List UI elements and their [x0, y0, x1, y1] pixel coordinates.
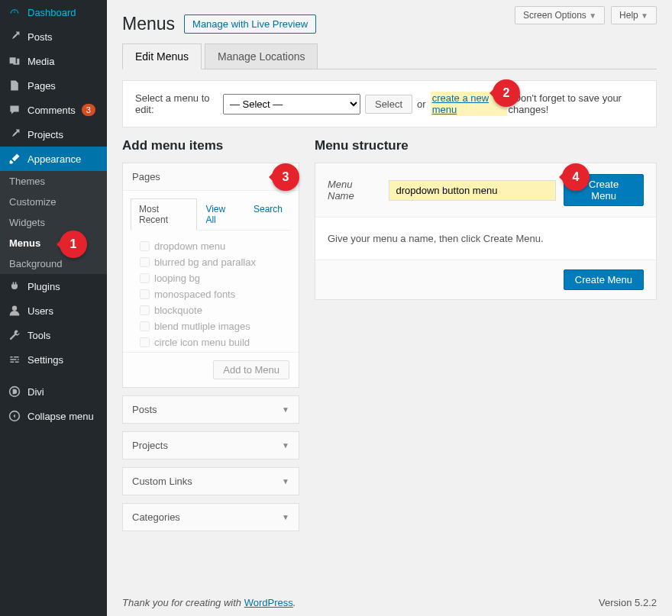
footer-version: Version 5.2.2: [599, 597, 657, 608]
sliders-icon: [8, 353, 21, 366]
metabox-pages: Pages Most Recent View All Search dropdo…: [122, 163, 299, 388]
submenu-background[interactable]: Background: [0, 253, 107, 274]
svg-point-0: [12, 306, 17, 311]
sidebar-label: Tools: [27, 330, 50, 341]
metabox-posts-header[interactable]: Posts▼: [123, 396, 299, 423]
select-suffix: . Don't forget to save your changes!: [509, 92, 645, 115]
sidebar-label: Media: [27, 56, 54, 67]
sidebar-item-posts[interactable]: Posts: [0, 24, 107, 49]
submenu-themes[interactable]: Themes: [0, 171, 107, 192]
sidebar-label: Pages: [27, 80, 56, 92]
pages-icon: [8, 79, 21, 92]
brush-icon: [8, 152, 21, 166]
sidebar-item-settings[interactable]: Settings: [0, 347, 107, 372]
metabox-projects-header[interactable]: Projects▼: [123, 432, 299, 459]
page-check-item[interactable]: dropdown menu: [140, 238, 282, 254]
menu-edit-panel: Menu Name Create Menu Give your menu a n…: [315, 163, 657, 300]
sidebar-item-divi[interactable]: Divi: [0, 379, 107, 404]
metabox-projects: Projects▼: [122, 431, 299, 460]
wrench-icon: [8, 328, 21, 342]
pages-tab-view-all[interactable]: View All: [197, 198, 245, 231]
chevron-down-icon: ▼: [589, 11, 596, 20]
add-to-menu-button[interactable]: Add to Menu: [213, 360, 289, 379]
sidebar-item-dashboard[interactable]: Dashboard: [0, 0, 107, 24]
user-icon: [8, 304, 21, 318]
chevron-down-icon: ▼: [282, 441, 289, 450]
chevron-down-icon: ▼: [282, 513, 289, 521]
structure-heading: Menu structure: [315, 138, 657, 153]
sidebar-label: Comments: [27, 105, 76, 116]
media-icon: [8, 54, 21, 68]
comment-icon: [8, 103, 21, 117]
wordpress-link[interactable]: WordPress: [244, 597, 293, 608]
page-check-item[interactable]: blurred bg and parallax: [140, 254, 282, 270]
nav-tabs: Edit Menus Manage Locations: [122, 44, 657, 69]
comments-badge: 3: [82, 104, 95, 116]
menu-hint-text: Give your menu a name, then click Create…: [315, 218, 656, 260]
sidebar-item-appearance[interactable]: Appearance: [0, 147, 107, 171]
chevron-down-icon: ▼: [282, 477, 289, 485]
add-items-heading: Add menu items: [122, 138, 299, 153]
footer-thanks: Thank you for creating with: [122, 597, 244, 608]
sidebar-label: Divi: [27, 386, 44, 398]
page-check-item[interactable]: monospaced fonts: [140, 286, 282, 302]
help-button[interactable]: Help ▼: [611, 6, 657, 24]
sidebar-label: Settings: [27, 354, 63, 366]
plug-icon: [8, 279, 21, 293]
metabox-categories: Categories▼: [122, 503, 299, 531]
menu-name-label: Menu Name: [328, 179, 381, 202]
appearance-submenu: Themes Customize Widgets Menus Backgroun…: [0, 171, 107, 274]
create-new-menu-link[interactable]: create a new menu: [432, 92, 489, 115]
sidebar-item-plugins[interactable]: Plugins: [0, 274, 107, 298]
create-menu-button-bottom[interactable]: Create Menu: [564, 269, 644, 290]
tab-manage-locations[interactable]: Manage Locations: [205, 44, 318, 69]
sidebar-item-projects[interactable]: Projects: [0, 122, 107, 147]
menu-name-input[interactable]: [389, 180, 556, 201]
metabox-custom-links: Custom Links▼: [122, 467, 299, 495]
admin-sidebar: Dashboard Posts Media Pages Comments 3 P…: [0, 0, 107, 616]
sidebar-label: Appearance: [27, 153, 81, 165]
menu-select-row: Select a menu to edit: — Select — Select…: [122, 80, 657, 127]
submenu-widgets[interactable]: Widgets: [0, 212, 107, 233]
pages-checklist[interactable]: dropdown menu blurred bg and parallax lo…: [131, 230, 291, 352]
pin-icon: [8, 127, 21, 141]
tab-edit-menus[interactable]: Edit Menus: [122, 44, 202, 69]
page-check-item[interactable]: blockquote: [140, 302, 282, 318]
metabox-posts: Posts▼: [122, 395, 299, 424]
collapse-icon: [8, 409, 21, 423]
sidebar-label: Posts: [27, 31, 53, 43]
sidebar-item-collapse[interactable]: Collapse menu: [0, 404, 107, 428]
sidebar-item-users[interactable]: Users: [0, 298, 107, 323]
pin-icon: [8, 30, 21, 44]
submenu-customize[interactable]: Customize: [0, 192, 107, 212]
admin-footer: Thank you for creating with WordPress. V…: [107, 589, 672, 616]
pages-tab-recent[interactable]: Most Recent: [131, 198, 197, 231]
metabox-categories-header[interactable]: Categories▼: [123, 504, 299, 531]
divi-icon: [8, 385, 21, 398]
sidebar-item-media[interactable]: Media: [0, 49, 107, 73]
sidebar-label: Projects: [27, 129, 63, 140]
chevron-down-icon: ▼: [641, 11, 648, 20]
menu-select[interactable]: — Select —: [223, 94, 360, 114]
callout-2: 2: [493, 79, 520, 107]
sidebar-label: Collapse menu: [27, 411, 94, 422]
page-check-item[interactable]: circle icon menu build: [140, 334, 282, 350]
sidebar-item-comments[interactable]: Comments 3: [0, 98, 107, 122]
callout-3: 3: [272, 163, 299, 191]
metabox-custom-links-header[interactable]: Custom Links▼: [123, 468, 299, 495]
callout-1: 1: [60, 231, 87, 258]
sidebar-item-tools[interactable]: Tools: [0, 323, 107, 347]
live-preview-button[interactable]: Manage with Live Preview: [184, 15, 316, 34]
select-button[interactable]: Select: [365, 95, 412, 114]
page-check-item[interactable]: looping bg: [140, 270, 282, 286]
dashboard-icon: [8, 5, 21, 19]
page-check-item[interactable]: blend mutliple images: [140, 318, 282, 334]
chevron-down-icon: ▼: [282, 405, 289, 414]
pages-tab-search[interactable]: Search: [245, 198, 291, 231]
sidebar-label: Plugins: [27, 281, 60, 292]
sidebar-label: Users: [27, 305, 53, 317]
sidebar-label: Dashboard: [27, 7, 76, 18]
or-text: or: [417, 98, 426, 110]
screen-options-button[interactable]: Screen Options ▼: [515, 6, 605, 24]
sidebar-item-pages[interactable]: Pages: [0, 73, 107, 98]
